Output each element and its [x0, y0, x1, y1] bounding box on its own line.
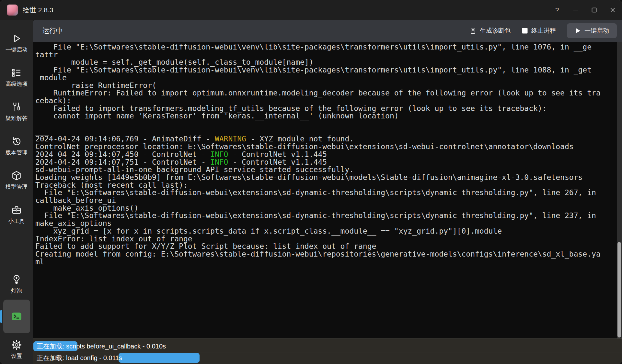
console-line: ControlNet preprocessor location: E:\Sof…: [35, 143, 617, 151]
minimize-icon: [573, 7, 579, 13]
sidebar-item-label: 灯泡: [11, 288, 22, 293]
maximize-icon: [591, 7, 597, 13]
maximize-button[interactable]: [585, 0, 603, 20]
minimize-button[interactable]: [566, 0, 585, 20]
console-line: 2024-04-24 09:14:06,769 - AnimateDiff - …: [35, 135, 617, 143]
console-line: Loading weights [1449e5b0b9] from E:\Sof…: [35, 174, 617, 182]
console-line: File "E:\Softwares\stable-diffusion-webu…: [35, 189, 617, 197]
console-line: File "E:\Softwares\stable-diffusion-webu…: [35, 212, 617, 220]
sidebar-item-launch[interactable]: 一键启动: [0, 26, 33, 60]
console-scrollbar[interactable]: [617, 42, 622, 338]
sidebar-item-bulb[interactable]: 灯泡: [0, 269, 33, 298]
header-actions: 生成诊断包 终止进程 一键启动: [469, 23, 617, 38]
sidebar-item-version-management[interactable]: 版本管理: [0, 128, 33, 163]
app-title: 绘世 2.8.3: [23, 6, 53, 15]
progress-label: 正在加载: scripts before_ui_callback - 0.010…: [33, 341, 622, 352]
app-logo: [7, 5, 18, 16]
terminal-icon: [10, 311, 23, 322]
generate-diagnostic-button[interactable]: 生成诊断包: [469, 27, 511, 35]
gear-icon: [11, 339, 22, 350]
console-line: sd-webui-prompt-all-in-one background AP…: [35, 166, 617, 174]
play-filled-icon: [575, 28, 581, 34]
toolbox-icon: [11, 204, 22, 215]
console-log[interactable]: File "E:\Softwares\stable-diffusion-webu…: [33, 42, 617, 338]
terminate-process-button[interactable]: 终止进程: [522, 27, 556, 35]
sidebar-item-label: 一键启动: [6, 47, 28, 52]
running-status: 运行中: [42, 26, 63, 35]
console-line: module = self._get_module(self._class_to…: [35, 59, 617, 66]
titlebar: 绘世 2.8.3 ?: [0, 0, 622, 20]
tools-icon: [11, 102, 22, 113]
console-line: _module: [35, 74, 617, 82]
main-header: 运行中 生成诊断包 终止进程 一键启动: [33, 20, 622, 42]
console-line: Creating model from config: E:\Softwares…: [35, 250, 617, 258]
console-line: IndexError: list index out of range: [35, 235, 617, 243]
close-button[interactable]: [603, 0, 622, 20]
button-label: 终止进程: [531, 27, 556, 35]
console-line: xyz_grid = [x for x in scripts.scripts_d…: [35, 227, 617, 235]
sidebar-item-label: 高级选项: [6, 81, 28, 87]
console-line: RuntimeError: Failed to import optimum.o…: [35, 89, 617, 97]
play-outline-icon: [11, 33, 22, 44]
scrollbar-thumb[interactable]: [617, 242, 621, 337]
console-line: File "E:\Softwares\stable-diffusion-webu…: [35, 66, 617, 74]
progress-row-scripts: 正在加载: scripts before_ui_callback - 0.010…: [33, 341, 622, 352]
sidebar-item-label: 小工具: [8, 218, 25, 224]
console-line: make_axis_options: [35, 220, 617, 227]
sidebar-item-label: 版本管理: [6, 150, 28, 155]
console-line: tattr__: [35, 51, 617, 59]
package-box-icon: [11, 170, 22, 181]
console-line: 2024-04-24 09:14:07,751 - ControlNet - I…: [35, 159, 617, 166]
options-list-icon: [11, 67, 22, 78]
diagnostic-doc-icon: [469, 27, 477, 34]
console-line: ___: [35, 128, 617, 136]
button-label: 生成诊断包: [480, 27, 511, 35]
console-line: Failed to add support for X/Y/Z Plot Scr…: [35, 243, 617, 250]
console-line: make_axis_options(): [35, 204, 617, 212]
app-window: 绘世 2.8.3 ? 一键启动 高级选项: [0, 0, 622, 364]
status-footer: 正在加载: scripts before_ui_callback - 0.010…: [33, 338, 622, 364]
stop-square-icon: [522, 28, 528, 34]
sidebar-item-advanced-options[interactable]: 高级选项: [0, 60, 33, 94]
sidebar-item-model-management[interactable]: 模型管理: [0, 163, 33, 197]
lightbulb-icon: [11, 274, 22, 285]
progress-label: 正在加载: load config - 0.011s: [33, 352, 622, 363]
console-line: 2024-04-24 09:14:07,450 - ControlNet - I…: [35, 151, 617, 159]
console-line: callback_before_ui: [35, 197, 617, 204]
sidebar-item-troubleshooting[interactable]: 疑难解答: [0, 94, 33, 128]
sidebar-item-label: 模型管理: [6, 184, 28, 190]
console-line: [35, 120, 617, 128]
help-icon: ?: [555, 6, 559, 14]
progress-row-config: 正在加载: load config - 0.011s: [33, 352, 622, 363]
console-line: ceback):: [35, 97, 617, 105]
console-line: Traceback (most recent call last):: [35, 182, 617, 189]
sidebar: 一键启动 高级选项 疑难解答 版本管理: [0, 20, 33, 364]
button-label: 一键启动: [584, 27, 609, 35]
active-indicator: [0, 310, 2, 323]
close-icon: [610, 7, 616, 13]
sidebar-item-label: 疑难解答: [6, 116, 28, 121]
console-line: ml: [35, 258, 617, 266]
sidebar-item-small-tools[interactable]: 小工具: [0, 197, 33, 231]
sidebar-item-label: 设置: [11, 353, 22, 359]
sidebar-item-settings[interactable]: 设置: [0, 335, 33, 364]
help-button[interactable]: ?: [548, 0, 566, 20]
console-line: Failed to import transformers.modeling_t…: [35, 105, 617, 113]
console-line: cannot import name 'KerasTensor' from 'k…: [35, 112, 617, 120]
one-click-launch-button[interactable]: 一键启动: [567, 23, 617, 38]
console-line: raise RuntimeError(: [35, 82, 617, 90]
sidebar-item-terminal-active[interactable]: [0, 300, 33, 333]
console-line: File "E:\Softwares\stable-diffusion-webu…: [35, 43, 617, 51]
window-controls: ?: [548, 0, 622, 20]
history-clock-icon: [11, 136, 22, 147]
